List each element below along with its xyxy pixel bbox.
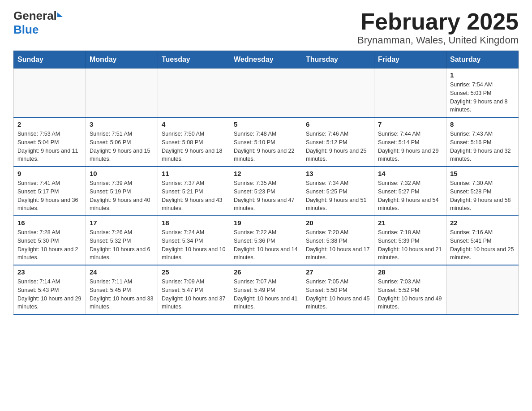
calendar-cell: 16Sunrise: 7:28 AMSunset: 5:30 PMDayligh… — [14, 216, 86, 265]
day-info: Sunrise: 7:28 AMSunset: 5:30 PMDaylight:… — [17, 228, 82, 262]
calendar-title: February 2025 — [357, 9, 519, 34]
calendar-cell — [86, 68, 158, 118]
day-info: Sunrise: 7:39 AMSunset: 5:19 PMDaylight:… — [90, 179, 154, 213]
calendar-cell: 17Sunrise: 7:26 AMSunset: 5:32 PMDayligh… — [86, 216, 158, 265]
day-number: 15 — [450, 170, 515, 177]
calendar-cell: 15Sunrise: 7:30 AMSunset: 5:28 PMDayligh… — [446, 167, 519, 216]
week-row-5: 23Sunrise: 7:14 AMSunset: 5:43 PMDayligh… — [14, 265, 519, 314]
day-info: Sunrise: 7:34 AMSunset: 5:25 PMDaylight:… — [306, 179, 370, 213]
calendar-cell: 13Sunrise: 7:34 AMSunset: 5:25 PMDayligh… — [302, 167, 374, 216]
day-info: Sunrise: 7:53 AMSunset: 5:04 PMDaylight:… — [17, 130, 82, 163]
calendar-cell: 9Sunrise: 7:41 AMSunset: 5:17 PMDaylight… — [14, 167, 86, 216]
day-info: Sunrise: 7:50 AMSunset: 5:08 PMDaylight:… — [162, 130, 226, 163]
calendar-cell — [302, 68, 374, 118]
logo-arrow-icon — [57, 13, 63, 17]
day-number: 27 — [306, 268, 370, 276]
day-info: Sunrise: 7:24 AMSunset: 5:34 PMDaylight:… — [162, 228, 226, 262]
day-info: Sunrise: 7:37 AMSunset: 5:21 PMDaylight:… — [162, 179, 226, 213]
day-info: Sunrise: 7:26 AMSunset: 5:32 PMDaylight:… — [90, 228, 154, 262]
day-number: 10 — [90, 170, 154, 177]
calendar-cell: 7Sunrise: 7:44 AMSunset: 5:14 PMDaylight… — [374, 117, 446, 167]
day-number: 24 — [90, 268, 154, 276]
location: Brynamman, Wales, United Kingdom — [357, 34, 519, 46]
day-info: Sunrise: 7:41 AMSunset: 5:17 PMDaylight:… — [17, 179, 82, 213]
day-number: 6 — [306, 120, 370, 128]
calendar-cell: 22Sunrise: 7:16 AMSunset: 5:41 PMDayligh… — [446, 216, 519, 265]
day-info: Sunrise: 7:18 AMSunset: 5:39 PMDaylight:… — [378, 228, 442, 262]
calendar-cell: 3Sunrise: 7:51 AMSunset: 5:06 PMDaylight… — [86, 117, 158, 167]
col-monday: Monday — [86, 51, 158, 68]
day-number: 22 — [450, 219, 515, 227]
day-number: 4 — [162, 120, 226, 128]
day-info: Sunrise: 7:44 AMSunset: 5:14 PMDaylight:… — [378, 130, 442, 163]
day-info: Sunrise: 7:32 AMSunset: 5:27 PMDaylight:… — [378, 179, 442, 213]
day-number: 9 — [17, 170, 82, 177]
calendar-body: 1Sunrise: 7:54 AMSunset: 5:03 PMDaylight… — [14, 68, 519, 315]
day-info: Sunrise: 7:11 AMSunset: 5:45 PMDaylight:… — [90, 278, 154, 311]
week-row-4: 16Sunrise: 7:28 AMSunset: 5:30 PMDayligh… — [14, 216, 519, 265]
calendar-cell — [374, 68, 446, 118]
calendar-cell: 12Sunrise: 7:35 AMSunset: 5:23 PMDayligh… — [230, 167, 302, 216]
day-number: 7 — [378, 120, 442, 128]
day-number: 25 — [162, 268, 226, 276]
calendar-cell: 14Sunrise: 7:32 AMSunset: 5:27 PMDayligh… — [374, 167, 446, 216]
week-row-2: 2Sunrise: 7:53 AMSunset: 5:04 PMDaylight… — [14, 117, 519, 167]
day-number: 17 — [90, 219, 154, 227]
calendar-cell — [446, 265, 519, 314]
col-tuesday: Tuesday — [158, 51, 230, 68]
day-number: 16 — [17, 219, 82, 227]
col-wednesday: Wednesday — [230, 51, 302, 68]
day-number: 23 — [17, 268, 82, 276]
day-info: Sunrise: 7:22 AMSunset: 5:36 PMDaylight:… — [234, 228, 298, 262]
calendar-cell: 10Sunrise: 7:39 AMSunset: 5:19 PMDayligh… — [86, 167, 158, 216]
day-info: Sunrise: 7:43 AMSunset: 5:16 PMDaylight:… — [450, 130, 515, 163]
calendar-cell: 8Sunrise: 7:43 AMSunset: 5:16 PMDaylight… — [446, 117, 519, 167]
calendar-cell — [158, 68, 230, 118]
day-number: 8 — [450, 120, 515, 128]
calendar-cell — [14, 68, 86, 118]
day-info: Sunrise: 7:30 AMSunset: 5:28 PMDaylight:… — [450, 179, 515, 213]
calendar-cell: 4Sunrise: 7:50 AMSunset: 5:08 PMDaylight… — [158, 117, 230, 167]
day-number: 11 — [162, 170, 226, 177]
logo-name-black: General — [13, 9, 57, 23]
col-thursday: Thursday — [302, 51, 374, 68]
col-saturday: Saturday — [446, 51, 519, 68]
calendar-cell: 2Sunrise: 7:53 AMSunset: 5:04 PMDaylight… — [14, 117, 86, 167]
calendar-cell — [230, 68, 302, 118]
col-friday: Friday — [374, 51, 446, 68]
header-row: Sunday Monday Tuesday Wednesday Thursday… — [14, 51, 519, 68]
logo: General Blue — [13, 9, 63, 37]
calendar-cell: 23Sunrise: 7:14 AMSunset: 5:43 PMDayligh… — [14, 265, 86, 314]
week-row-3: 9Sunrise: 7:41 AMSunset: 5:17 PMDaylight… — [14, 167, 519, 216]
day-info: Sunrise: 7:05 AMSunset: 5:50 PMDaylight:… — [306, 278, 370, 311]
day-number: 2 — [17, 120, 82, 128]
day-info: Sunrise: 7:54 AMSunset: 5:03 PMDaylight:… — [450, 81, 515, 114]
day-info: Sunrise: 7:07 AMSunset: 5:49 PMDaylight:… — [234, 278, 298, 311]
calendar-cell: 20Sunrise: 7:20 AMSunset: 5:38 PMDayligh… — [302, 216, 374, 265]
day-number: 21 — [378, 219, 442, 227]
calendar-cell: 26Sunrise: 7:07 AMSunset: 5:49 PMDayligh… — [230, 265, 302, 314]
day-info: Sunrise: 7:20 AMSunset: 5:38 PMDaylight:… — [306, 228, 370, 262]
calendar-cell: 24Sunrise: 7:11 AMSunset: 5:45 PMDayligh… — [86, 265, 158, 314]
day-info: Sunrise: 7:09 AMSunset: 5:47 PMDaylight:… — [162, 278, 226, 311]
day-info: Sunrise: 7:46 AMSunset: 5:12 PMDaylight:… — [306, 130, 370, 163]
calendar-cell: 11Sunrise: 7:37 AMSunset: 5:21 PMDayligh… — [158, 167, 230, 216]
day-number: 20 — [306, 219, 370, 227]
day-number: 19 — [234, 219, 298, 227]
calendar-table: Sunday Monday Tuesday Wednesday Thursday… — [13, 51, 519, 315]
col-sunday: Sunday — [14, 51, 86, 68]
day-number: 26 — [234, 268, 298, 276]
calendar-header: Sunday Monday Tuesday Wednesday Thursday… — [14, 51, 519, 68]
day-info: Sunrise: 7:14 AMSunset: 5:43 PMDaylight:… — [17, 278, 82, 311]
day-number: 18 — [162, 219, 226, 227]
day-info: Sunrise: 7:16 AMSunset: 5:41 PMDaylight:… — [450, 228, 515, 262]
calendar-cell: 1Sunrise: 7:54 AMSunset: 5:03 PMDaylight… — [446, 68, 519, 118]
day-number: 1 — [450, 71, 515, 79]
day-number: 5 — [234, 120, 298, 128]
day-info: Sunrise: 7:48 AMSunset: 5:10 PMDaylight:… — [234, 130, 298, 163]
calendar-cell: 28Sunrise: 7:03 AMSunset: 5:52 PMDayligh… — [374, 265, 446, 314]
calendar-cell: 18Sunrise: 7:24 AMSunset: 5:34 PMDayligh… — [158, 216, 230, 265]
day-number: 12 — [234, 170, 298, 177]
day-number: 13 — [306, 170, 370, 177]
day-number: 3 — [90, 120, 154, 128]
